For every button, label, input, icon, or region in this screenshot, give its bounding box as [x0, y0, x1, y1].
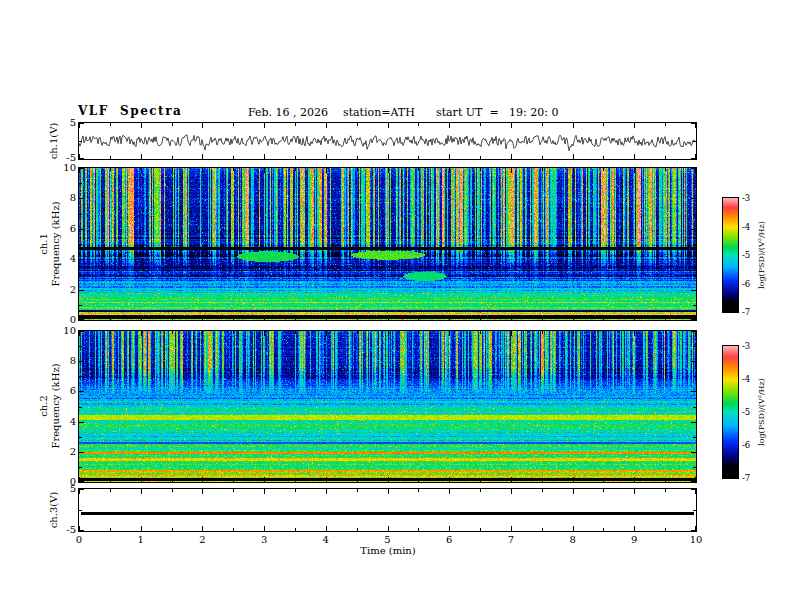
- x-tick-label: 2: [199, 534, 205, 545]
- x-tick-label: 10: [690, 534, 703, 545]
- colorbar1-tick-label: -4: [742, 222, 750, 232]
- ch1-spectrogram-panel: [78, 167, 697, 321]
- colorbar2-tick-label: -6: [742, 440, 750, 450]
- spec1-y-tick-label: 10: [52, 162, 76, 173]
- colorbar2-tick-label: -3: [742, 341, 750, 351]
- spec1-y-tick-label: 2: [52, 284, 76, 295]
- x-tick-label: 7: [508, 534, 514, 545]
- colorbar1: [722, 197, 739, 313]
- page: { "header": { "title": "VLF Spectra", "d…: [0, 0, 792, 612]
- y-axis-label-ch2-frequency: Frequency (kHz): [50, 363, 61, 448]
- spec1-y-tick-label: 6: [52, 223, 76, 234]
- colorbar1-tick-label: -7: [742, 307, 750, 317]
- x-tick-label: 8: [569, 534, 575, 545]
- x-axis-title: Time (min): [360, 545, 415, 556]
- ch1-waveform-panel: [78, 122, 697, 160]
- ch2-spectrogram-panel: [78, 330, 697, 483]
- ch3-y-tick-label: 5: [52, 483, 76, 494]
- plot-station: station=ATH: [343, 106, 415, 119]
- plot-start-ut: start UT = 19: 20: 0: [436, 106, 559, 119]
- ch3-y-tick-label: -5: [52, 524, 76, 535]
- ch2-spectrogram-canvas: [79, 331, 696, 482]
- x-tick-label: 6: [446, 534, 452, 545]
- y-axis-label-ch1-frequency: Frequency (kHz): [50, 201, 61, 286]
- spec2-y-tick-label: 2: [52, 446, 76, 457]
- x-tick-label: 1: [138, 534, 144, 545]
- colorbar1-canvas: [723, 198, 738, 312]
- wave-y-tick-label: 5: [52, 117, 76, 128]
- colorbar2-tick-label: -7: [742, 473, 750, 483]
- colorbar2: [722, 345, 739, 479]
- colorbar2-title: log(PSD)/(V²/Hz): [757, 378, 766, 446]
- spec1-y-tick-label: 0: [52, 314, 76, 325]
- spec2-y-tick-label: 4: [52, 416, 76, 427]
- spec1-y-tick-label: 8: [52, 192, 76, 203]
- ch1-waveform-canvas: [79, 123, 696, 159]
- colorbar1-title: log(PSD)/(V²/Hz): [757, 221, 766, 289]
- spec2-y-tick-label: 8: [52, 355, 76, 366]
- plot-title: VLF Spectra: [78, 104, 182, 118]
- y-axis-label-ch2: ch.2: [38, 395, 49, 417]
- x-tick-label: 3: [261, 534, 267, 545]
- x-tick-label: 4: [323, 534, 329, 545]
- wave-y-tick-label: -5: [52, 152, 76, 163]
- ch1-spectrogram-canvas: [79, 168, 696, 320]
- spec2-y-tick-label: 10: [52, 325, 76, 336]
- x-tick-label: 9: [631, 534, 637, 545]
- x-tick-label: 5: [384, 534, 390, 545]
- colorbar1-tick-label: -3: [742, 193, 750, 203]
- ch3-waveform-panel: [78, 488, 697, 532]
- ch3-waveform-canvas: [79, 489, 696, 531]
- colorbar2-tick-label: -5: [742, 407, 750, 417]
- spec2-y-tick-label: 6: [52, 385, 76, 396]
- colorbar2-canvas: [723, 346, 738, 478]
- y-axis-label-ch3-volts: ch.3(V): [48, 492, 59, 529]
- colorbar1-tick-label: -6: [742, 279, 750, 289]
- colorbar1-tick-label: -5: [742, 250, 750, 260]
- spec1-y-tick-label: 4: [52, 253, 76, 264]
- vlf-spectra-figure: VLF Spectra Feb. 16 , 2026 station=ATH s…: [0, 0, 792, 612]
- colorbar2-tick-label: -4: [742, 374, 750, 384]
- y-axis-label-ch1: ch.1: [38, 233, 49, 255]
- x-tick-label: 0: [76, 534, 82, 545]
- plot-date: Feb. 16 , 2026: [248, 106, 328, 119]
